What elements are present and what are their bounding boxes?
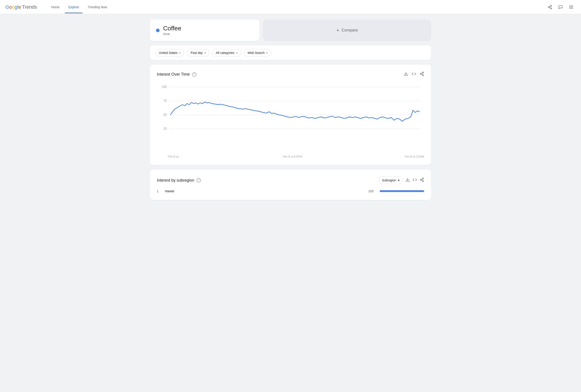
subregion-share-icon[interactable] — [420, 178, 424, 183]
compare-box[interactable]: + Compare — [263, 19, 431, 41]
hawaii-value: 100 — [368, 189, 374, 193]
feedback-button[interactable] — [556, 3, 565, 11]
search-box: Coffee Drink — [150, 19, 260, 41]
interest-by-subregion-card: Interest by subregion ? Subregion ▾ — [150, 169, 431, 200]
subregion-select-label: Subregion — [382, 178, 396, 182]
card-title-group: Interest Over Time ? — [157, 72, 196, 77]
hawaii-bar — [380, 190, 424, 192]
svg-line-32 — [421, 180, 422, 181]
search-area: Coffee Drink + Compare — [150, 19, 431, 41]
subregion-select-arrow-icon: ▾ — [398, 178, 400, 182]
svg-text:100: 100 — [162, 85, 167, 88]
share-chart-icon[interactable] — [420, 72, 424, 77]
filter-category-arrow-icon: ▾ — [236, 52, 238, 54]
chart-x-labels: Feb 21 at... Feb 21 at 6:32PM Feb 22 at … — [157, 153, 424, 158]
search-term: Coffee — [163, 25, 181, 32]
main-nav: Home Explore Trending Now — [48, 3, 538, 11]
svg-rect-10 — [572, 7, 573, 7]
filters-bar: United States ▾ Past day ▾ All categorie… — [150, 45, 431, 60]
svg-point-16 — [420, 73, 422, 74]
subregion-title: Interest by subregion — [157, 178, 194, 183]
subregion-embed-icon[interactable] — [412, 178, 417, 183]
logo-trends-text: Trends — [22, 4, 37, 10]
svg-rect-5 — [570, 5, 570, 6]
filter-location-arrow-icon: ▾ — [179, 52, 180, 54]
download-icon[interactable] — [404, 72, 408, 77]
subregion-title-group: Interest by subregion ? — [157, 178, 201, 183]
svg-rect-12 — [571, 8, 572, 9]
x-label-3: Feb 22 at 2:32AM — [405, 155, 424, 158]
search-category: Drink — [163, 32, 181, 36]
svg-rect-11 — [570, 8, 570, 9]
svg-line-19 — [421, 73, 422, 73]
svg-rect-6 — [571, 5, 572, 6]
card-actions-interest — [404, 72, 424, 77]
x-label-2: Feb 21 at 6:32PM — [283, 155, 302, 158]
filter-time-label: Past day — [191, 51, 202, 54]
filter-category[interactable]: All categories ▾ — [212, 49, 241, 56]
main-content: Coffee Drink + Compare United States ▾ P… — [146, 14, 435, 210]
svg-point-2 — [550, 8, 552, 9]
search-term-group: Coffee Drink — [163, 25, 181, 36]
header-actions — [546, 3, 576, 11]
filter-time-arrow-icon: ▾ — [204, 52, 206, 54]
subregion-download-icon[interactable] — [406, 178, 410, 183]
share-button[interactable] — [546, 3, 554, 11]
filter-category-label: All categories — [216, 51, 234, 54]
svg-rect-9 — [571, 7, 572, 7]
hawaii-name: Hawaii — [165, 189, 365, 193]
svg-text:75: 75 — [164, 99, 167, 102]
filter-search-type[interactable]: Web Search ▾ — [244, 49, 272, 56]
apps-button[interactable] — [567, 3, 576, 11]
header: Google Trends Home Explore Trending Now — [0, 0, 581, 14]
svg-rect-7 — [572, 5, 573, 6]
nav-explore[interactable]: Explore — [65, 3, 82, 11]
filter-location[interactable]: United States ▾ — [155, 49, 184, 56]
svg-point-31 — [422, 180, 424, 182]
search-dot — [156, 28, 160, 32]
filter-time[interactable]: Past day ▾ — [187, 49, 209, 56]
svg-text:25: 25 — [164, 127, 167, 130]
svg-line-33 — [421, 179, 422, 179]
subregion-select[interactable]: Subregion ▾ — [378, 176, 403, 184]
svg-text:50: 50 — [164, 113, 167, 116]
logo[interactable]: Google Trends — [5, 4, 37, 10]
filter-search-type-label: Web Search — [248, 51, 265, 54]
interest-over-time-card: Interest Over Time ? — [150, 64, 431, 165]
svg-point-30 — [420, 179, 422, 180]
subregion-help-icon[interactable]: ? — [196, 178, 201, 182]
subregion-header: Interest by subregion ? Subregion ▾ — [157, 176, 424, 184]
interest-over-time-title: Interest Over Time — [157, 72, 190, 77]
subregion-controls: Subregion ▾ — [378, 176, 424, 184]
nav-home[interactable]: Home — [48, 3, 63, 11]
svg-point-17 — [422, 74, 424, 76]
svg-rect-8 — [570, 7, 570, 7]
interest-chart: 100 75 50 25 — [157, 82, 424, 153]
logo-google-text: Google — [5, 4, 21, 10]
filter-location-label: United States — [159, 51, 178, 54]
embed-icon[interactable] — [412, 72, 416, 77]
nav-trending[interactable]: Trending Now — [84, 3, 111, 11]
help-icon[interactable]: ? — [192, 72, 196, 77]
svg-line-3 — [549, 7, 550, 8]
svg-point-29 — [422, 178, 424, 179]
hawaii-rank: 1 — [157, 189, 161, 193]
card-header-interest: Interest Over Time ? — [157, 72, 424, 77]
compare-plus-icon: + — [336, 27, 339, 33]
hawaii-row: 1 Hawaii 100 — [157, 189, 424, 193]
svg-point-15 — [422, 72, 424, 73]
svg-point-1 — [548, 6, 550, 7]
filter-search-type-arrow-icon: ▾ — [266, 52, 268, 54]
svg-line-18 — [421, 74, 422, 75]
interest-chart-svg: 100 75 50 25 — [157, 82, 424, 153]
x-label-1: Feb 21 at... — [168, 155, 180, 158]
svg-point-0 — [550, 5, 552, 6]
svg-line-4 — [549, 6, 550, 7]
svg-rect-13 — [572, 8, 573, 9]
hawaii-bar-container — [380, 190, 424, 192]
compare-label: Compare — [342, 28, 358, 32]
